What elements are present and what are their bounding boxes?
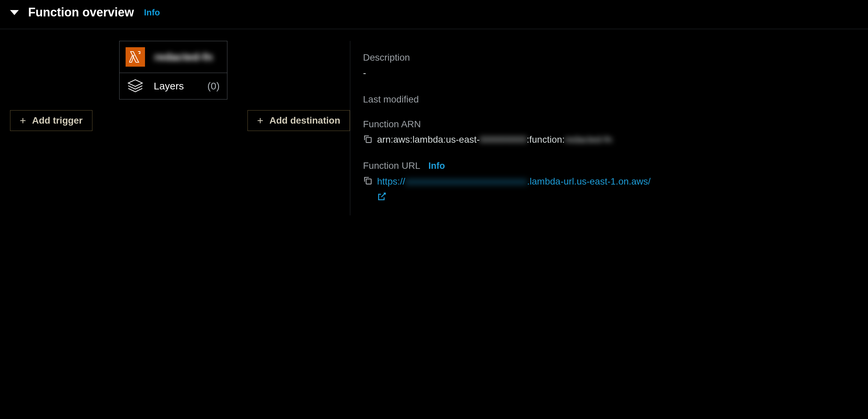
description-label: Description bbox=[363, 52, 858, 63]
function-arn-value: arn:aws:lambda:us-east-000000000:functio… bbox=[377, 133, 612, 147]
main-content: redacted-fn Layers (0) + bbox=[0, 29, 868, 215]
function-arn-value-row: arn:aws:lambda:us-east-000000000:functio… bbox=[363, 133, 858, 147]
info-link[interactable]: Info bbox=[144, 7, 160, 18]
section-title: Function overview bbox=[28, 5, 134, 20]
lambda-icon bbox=[126, 47, 145, 67]
function-url-label-row: Function URL Info bbox=[363, 160, 858, 171]
function-arn-field: Function ARN arn:aws:lambda:us-east-0000… bbox=[363, 119, 858, 147]
add-destination-label: Add destination bbox=[269, 115, 340, 126]
function-diagram: redacted-fn Layers (0) bbox=[119, 41, 227, 99]
plus-icon: + bbox=[20, 115, 26, 126]
function-name: redacted-fn bbox=[154, 51, 213, 63]
diagram-panel: redacted-fn Layers (0) + bbox=[10, 41, 350, 215]
svg-rect-0 bbox=[366, 137, 371, 142]
last-modified-field: Last modified bbox=[363, 94, 858, 105]
layers-label: Layers bbox=[154, 80, 207, 92]
last-modified-label: Last modified bbox=[363, 94, 858, 105]
copy-icon[interactable] bbox=[363, 176, 372, 185]
add-destination-button[interactable]: + Add destination bbox=[247, 110, 350, 131]
plus-icon: + bbox=[257, 115, 264, 126]
details-panel: Description - Last modified Function ARN… bbox=[350, 41, 858, 215]
layers-count: (0) bbox=[207, 80, 220, 92]
function-box: redacted-fn Layers (0) bbox=[119, 41, 227, 99]
description-value: - bbox=[363, 66, 858, 80]
function-url-label: Function URL bbox=[363, 160, 420, 171]
buttons-row: + Add trigger + Add destination bbox=[10, 110, 350, 131]
copy-icon[interactable] bbox=[363, 134, 372, 144]
add-trigger-label: Add trigger bbox=[32, 115, 83, 126]
function-url-info-link[interactable]: Info bbox=[428, 161, 445, 171]
svg-rect-1 bbox=[366, 179, 371, 184]
collapse-caret-icon[interactable] bbox=[10, 10, 19, 15]
layers-row[interactable]: Layers (0) bbox=[120, 73, 227, 99]
section-header: Function overview Info bbox=[0, 0, 868, 29]
description-field: Description - bbox=[363, 52, 858, 80]
function-url-value[interactable]: https://xxxxxxxxxxxxxxxxxxxxxxxxxx.lambd… bbox=[377, 175, 651, 201]
function-url-value-row: https://xxxxxxxxxxxxxxxxxxxxxxxxxx.lambd… bbox=[363, 175, 858, 201]
function-arn-label: Function ARN bbox=[363, 119, 858, 130]
function-url-field: Function URL Info https://xxxxxxxxxxxxxx… bbox=[363, 160, 858, 201]
function-name-row[interactable]: redacted-fn bbox=[120, 41, 227, 73]
add-trigger-button[interactable]: + Add trigger bbox=[10, 110, 92, 131]
layers-icon bbox=[127, 79, 144, 93]
external-link-icon[interactable] bbox=[377, 192, 386, 201]
